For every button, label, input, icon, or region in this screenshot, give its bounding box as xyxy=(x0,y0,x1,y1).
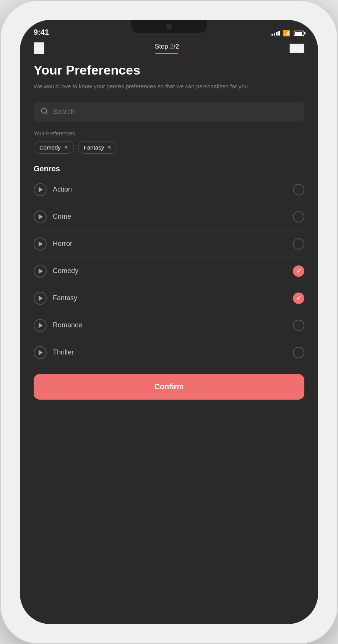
genre-checkbox-action[interactable] xyxy=(293,184,304,195)
preference-tag-fantasy[interactable]: Fantasy ✕ xyxy=(78,141,117,154)
tag-comedy-close[interactable]: ✕ xyxy=(64,144,68,150)
signal-bar-3 xyxy=(276,32,278,36)
signal-bar-2 xyxy=(274,33,275,36)
genre-item-crime[interactable]: Crime xyxy=(34,203,304,231)
phone-screen: 9:41 📶 ← Step 2/2 xyxy=(20,20,318,624)
genre-checkbox-comedy[interactable]: ✓ xyxy=(293,265,304,277)
tag-comedy-label: Comedy xyxy=(39,144,61,151)
genre-item-thriller[interactable]: Thriller xyxy=(34,339,304,366)
step-indicator: Step 2/2 xyxy=(155,43,179,54)
genre-name-action: Action xyxy=(53,185,72,194)
page-subtitle: We would love to know your genres prefer… xyxy=(34,82,304,91)
genre-name-romance: Romance xyxy=(53,321,82,329)
genre-play-icon-comedy xyxy=(34,265,47,278)
battery-fill xyxy=(295,32,302,35)
genre-name-horror: Horror xyxy=(53,240,72,248)
camera xyxy=(166,24,172,29)
step-label: Step xyxy=(155,43,170,50)
genre-item-romance[interactable]: Romance xyxy=(34,312,304,339)
genre-checkbox-horror[interactable] xyxy=(293,238,304,250)
genre-checkbox-fantasy[interactable]: ✓ xyxy=(293,293,304,304)
notch xyxy=(131,20,207,33)
content-area: Your Preferences We would love to know y… xyxy=(20,59,318,624)
genre-play-icon-romance xyxy=(34,319,47,332)
page-title: Your Preferences xyxy=(34,63,304,78)
signal-bar-4 xyxy=(278,31,280,36)
status-icons: 📶 xyxy=(271,29,304,37)
genre-checkbox-crime[interactable] xyxy=(293,211,304,223)
genres-section-title: Genres xyxy=(34,164,304,173)
phone-frame: 9:41 📶 ← Step 2/2 xyxy=(0,0,338,644)
step-text: Step 2/2 xyxy=(155,43,179,50)
svg-line-1 xyxy=(46,112,47,114)
confirm-button[interactable]: Confirm xyxy=(34,374,304,400)
genre-item-fantasy[interactable]: Fantasy✓ xyxy=(34,285,304,312)
genre-checkbox-romance[interactable] xyxy=(293,320,304,331)
step-total: /2 xyxy=(174,43,179,50)
search-icon xyxy=(41,107,48,117)
wifi-icon: 📶 xyxy=(283,29,291,37)
tag-fantasy-close[interactable]: ✕ xyxy=(107,144,112,150)
preference-tag-comedy[interactable]: Comedy ✕ xyxy=(34,141,74,154)
preferences-tags: Comedy ✕ Fantasy ✕ xyxy=(34,141,304,154)
search-container[interactable] xyxy=(34,102,304,122)
genre-item-comedy[interactable]: Comedy✓ xyxy=(34,258,304,285)
genre-play-icon-action xyxy=(34,183,47,196)
genre-name-fantasy: Fantasy xyxy=(53,294,77,302)
step-current: 2 xyxy=(170,43,174,50)
genre-play-icon-fantasy xyxy=(34,292,47,305)
nav-header: ← Step 2/2 Skip xyxy=(20,39,318,59)
skip-button[interactable]: Skip xyxy=(289,44,304,53)
genre-name-thriller: Thriller xyxy=(53,348,74,356)
search-input[interactable] xyxy=(53,108,297,116)
status-time: 9:41 xyxy=(34,28,49,37)
signal-bars xyxy=(271,31,280,36)
tag-fantasy-label: Fantasy xyxy=(84,144,104,151)
genre-item-horror[interactable]: Horror xyxy=(34,231,304,258)
genre-name-crime: Crime xyxy=(53,213,71,221)
genre-play-icon-thriller xyxy=(34,346,47,359)
preferences-section-label: Your Preferences xyxy=(34,130,304,137)
signal-bar-1 xyxy=(271,34,273,36)
step-progress-line xyxy=(155,53,178,54)
genre-play-icon-crime xyxy=(34,210,47,223)
genre-play-icon-horror xyxy=(34,237,47,250)
genre-name-comedy: Comedy xyxy=(53,267,78,275)
battery-icon xyxy=(294,31,304,36)
genre-item-action[interactable]: Action xyxy=(34,176,304,203)
genre-list: ActionCrimeHorrorComedy✓Fantasy✓RomanceT… xyxy=(34,176,304,366)
back-button[interactable]: ← xyxy=(34,42,44,54)
genre-checkbox-thriller[interactable] xyxy=(293,347,304,358)
